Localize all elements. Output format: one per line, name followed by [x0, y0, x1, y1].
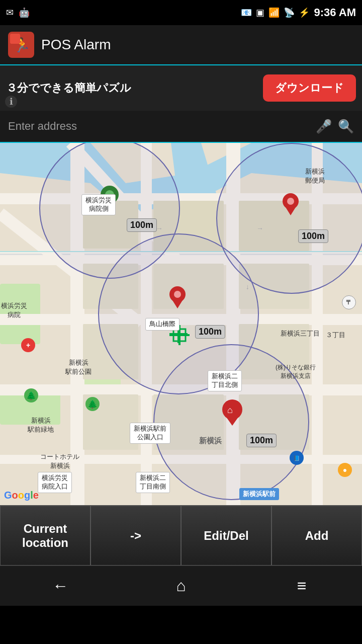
mapbox-2chome-s: 新横浜二丁目南側 — [136, 472, 170, 493]
status-bar: ✉ 🤖 📧 ▣ 📶 📡 ⚡ 9:36 AM — [0, 0, 362, 25]
circle-icon-yellow: ● — [338, 463, 352, 477]
app-title: POS Alarm — [41, 37, 111, 53]
status-left-icons: ✉ 🤖 — [6, 7, 30, 18]
svg-rect-47 — [169, 334, 190, 336]
ad-download-button[interactable]: ダウンロード — [263, 74, 356, 102]
clock: 9:36 AM — [314, 6, 356, 19]
signal-icon: 📡 — [284, 7, 295, 18]
map-label-greenpark: 新横浜駅前緑地 — [28, 416, 54, 434]
menu-button[interactable]: ≡ — [282, 571, 322, 601]
mapbox-hospital-side: 横浜労災病院側 — [81, 194, 116, 215]
ad-banner: ３分でできる簡単パズル ダウンロード ℹ — [0, 65, 362, 111]
wifi-icon: 📶 — [268, 7, 280, 18]
status-right-icons: 📧 ▣ 📶 📡 ⚡ 9:36 AM — [241, 6, 356, 19]
search-input[interactable] — [8, 120, 310, 133]
svg-marker-38 — [286, 207, 296, 215]
map-area[interactable]: → → → — [0, 143, 362, 505]
app-bar: 🏃 POS Alarm — [0, 25, 362, 65]
mapbox-hospital-entrance: 横浜労災病院入口 — [38, 472, 72, 493]
mapbox-park-entrance: 新横浜駅前公園入口 — [130, 423, 170, 444]
ad-text: ３分でできる簡単パズル — [6, 80, 131, 96]
dist-label-1: 100m — [127, 218, 157, 232]
svg-point-42 — [174, 291, 181, 298]
home-button[interactable]: ⌂ — [161, 571, 201, 601]
park-tree-icon-2: 🌲 — [85, 397, 100, 411]
search-bar: 🎤 🔍 — [0, 111, 362, 143]
dist-label-3: 100m — [195, 325, 225, 339]
current-location-button[interactable]: Currentlocation — [0, 506, 90, 566]
email-icon: 📧 — [241, 7, 252, 18]
map-label-hotel: コートホテル新横浜 — [40, 452, 79, 470]
battery-icon: ▣ — [256, 7, 264, 18]
charging-icon: ⚡ — [299, 7, 310, 18]
svg-marker-44 — [226, 417, 238, 426]
map-label-park: 新横浜駅前公園 — [65, 358, 92, 376]
map-label-post: 新横浜郵便局 — [305, 167, 325, 185]
mapbox-2chome-n: 新横浜二丁目北側 — [208, 370, 242, 391]
android-icon: 🤖 — [19, 7, 30, 18]
search-icon[interactable]: 🔍 — [338, 119, 354, 134]
svg-marker-41 — [172, 300, 183, 308]
red-pin-4[interactable]: ⌂ — [222, 399, 242, 428]
nav-bar: ← ⌂ ≡ — [0, 566, 362, 606]
map-label-resona: (株)りそな銀行新横浜支店 — [276, 363, 316, 380]
svg-rect-2 — [10, 34, 20, 44]
ad-info-icon: ℹ — [5, 96, 17, 108]
park-tree-icon: 🌲 — [24, 388, 38, 403]
arrow-button[interactable]: -> — [90, 506, 181, 566]
back-button[interactable]: ← — [40, 571, 80, 601]
map-label-shin-yokohama: 新横浜 — [199, 436, 222, 446]
hospital-icon: + — [21, 338, 35, 352]
map-label-hospital: 横浜労災病院 — [1, 301, 27, 319]
map-label-3chome: 新横浜三丁目 — [281, 329, 320, 338]
dist-label-4: 100m — [246, 434, 277, 447]
svg-text:⌂: ⌂ — [227, 405, 233, 415]
dist-label-2: 100m — [298, 229, 328, 243]
mapbox-shin-yoko: 新横浜駅前 — [239, 488, 279, 500]
mapbox-bridge: 鳥山橋際 — [145, 318, 179, 331]
red-pin-2[interactable] — [283, 193, 299, 217]
gmail-icon: ✉ — [6, 7, 14, 18]
bottom-buttons: Currentlocation -> Edit/Del Add — [0, 505, 362, 566]
edit-del-button[interactable]: Edit/Del — [181, 506, 272, 566]
resona-icon: 📘 — [290, 451, 304, 465]
mic-icon[interactable]: 🎤 — [316, 119, 332, 134]
svg-point-39 — [287, 198, 294, 205]
google-logo: Google — [4, 490, 39, 501]
post-icon: 〒 — [342, 295, 356, 309]
app-icon: 🏃 — [8, 32, 34, 58]
red-pin-3[interactable] — [169, 286, 186, 310]
add-button[interactable]: Add — [272, 506, 362, 566]
map-label-3chome-num: ３丁目 — [326, 331, 345, 340]
